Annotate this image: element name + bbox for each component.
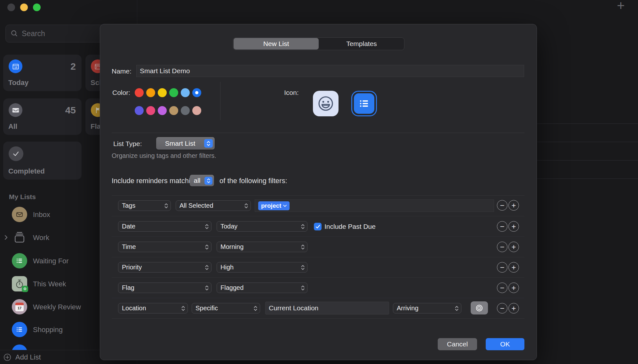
add-circle-icon[interactable] [3,353,12,361]
zoom-button[interactable] [33,4,41,11]
minimize-button[interactable] [20,4,28,11]
new-reminder-button[interactable]: + [617,0,625,13]
sidebar-item-inbox[interactable]: Inbox [33,211,50,219]
include-past-due-checkbox[interactable] [314,223,322,230]
sidebar-item-shopping[interactable]: Shopping [33,326,63,334]
sidebar-item-weekly-review[interactable]: Weekly Review [33,303,81,311]
filter-row-flag: Flag Flagged − + [112,277,524,298]
filter-value-select[interactable]: Today [217,221,307,232]
ok-button[interactable]: OK [486,338,524,350]
color-swatch-lightblue[interactable] [181,88,190,97]
remove-filter-button[interactable]: − [497,200,507,211]
filter-value-select[interactable]: Morning [217,242,307,252]
filter-value-select[interactable]: Flagged [217,283,307,293]
filter-row-tags: Tags All Selected project − + [112,196,524,216]
match-value: all [190,177,204,184]
chevron-up-down-icon [244,203,248,209]
list-bullet-icon [12,253,27,268]
tag-chip-project[interactable]: project [258,201,290,210]
filter-field-select[interactable]: Priority [118,262,211,273]
location-field[interactable]: Current Location [265,302,389,314]
filter-field-select[interactable]: Date [118,221,211,232]
match-select[interactable]: all [190,175,214,186]
filter-field-select[interactable]: Tags [118,200,171,211]
cancel-button[interactable]: Cancel [438,338,477,350]
tile-today[interactable]: 18 2 Today [3,55,82,91]
color-swatch-red[interactable] [135,88,144,97]
sidebar-item-waiting-for[interactable]: Waiting For [33,257,69,265]
list-bullet-icon [354,93,374,114]
list-type-select[interactable]: Smart List [156,137,215,150]
filter-operator-select[interactable]: Specific [192,303,260,314]
list-icon-option-selected[interactable] [351,91,377,116]
include-past-due-label: Include Past Due [324,223,376,230]
list-bullet-icon [12,322,27,337]
color-swatch-pink[interactable] [192,106,201,115]
my-lists-header: My Lists [9,193,36,201]
add-list-button[interactable]: Add List [15,353,41,361]
add-filter-button[interactable]: + [508,200,519,211]
color-swatch-tan[interactable] [169,106,178,115]
filter-field-select[interactable]: Flag [118,283,211,293]
add-filter-button[interactable]: + [508,303,519,314]
filter-row-location: Location Specific Current Location Arriv… [112,298,524,319]
name-value: Smart List Demo [140,67,190,75]
close-button[interactable] [7,4,15,11]
remove-filter-button[interactable]: − [497,221,507,232]
filter-field-select[interactable]: Location [118,303,188,314]
color-swatch-green[interactable] [169,88,178,97]
chevron-up-down-icon [301,264,305,271]
filter-value-select[interactable]: High [217,262,307,273]
color-swatch-yellow[interactable] [158,88,167,97]
color-swatch-purple[interactable] [158,106,167,115]
color-swatch-orange[interactable] [146,88,155,97]
tile-all-label: All [8,122,17,131]
color-icon-divider [220,82,220,120]
tab-new-list[interactable]: New List [234,38,319,50]
chevron-up-down-icon [205,223,209,230]
color-label: Color: [112,89,130,97]
work-box-icon [13,231,26,244]
sidebar-item-this-week[interactable]: This Week [33,280,66,288]
color-swatch-gray[interactable] [181,106,190,115]
disclosure-chevron-icon[interactable] [4,235,8,240]
color-swatch-indigo[interactable] [135,106,144,115]
chevron-up-down-icon [301,223,305,230]
chevron-up-down-icon [181,305,185,312]
chevron-up-down-icon [301,285,305,291]
filter-operator-select[interactable]: All Selected [176,200,251,211]
direction-select[interactable]: Arriving [393,303,461,314]
name-field[interactable]: Smart List Demo [136,65,524,77]
tile-all[interactable]: 45 All [3,98,82,135]
all-count: 45 [65,105,76,116]
filter-field-select[interactable]: Time [118,242,211,252]
sidebar-item-work[interactable]: Work [33,234,49,242]
add-filter-button[interactable]: + [508,283,519,293]
filter-row-time: Time Morning − + [112,236,524,257]
color-swatch-rose[interactable] [146,106,155,115]
remove-filter-button[interactable]: − [497,242,507,252]
calendar-17-icon: 17 [12,299,27,314]
color-swatch-blue-selected[interactable] [192,88,201,97]
filter-row-date: Date Today Include Past Due − + [112,216,524,237]
add-filter-button[interactable]: + [508,221,519,232]
current-location-button[interactable] [471,301,488,314]
match-prefix: Include reminders matching [112,177,198,185]
tile-completed-label: Completed [8,167,45,175]
tab-templates[interactable]: Templates [319,38,404,50]
remove-filter-button[interactable]: − [497,283,507,293]
smiley-icon-option[interactable] [313,91,339,116]
remove-filter-button[interactable]: − [497,262,507,273]
calendar-today-icon: 18 [9,59,22,73]
add-filter-button[interactable]: + [508,262,519,273]
tile-completed[interactable]: Completed [3,142,82,180]
tags-field[interactable]: project [255,199,494,212]
reminders-window: + Search 18 2 Today 45 All [0,0,638,364]
chevron-down-icon [283,205,287,207]
chevron-up-down-icon [253,305,258,312]
dialog-tabs: New List Templates [233,37,404,50]
name-label: Name: [112,67,132,75]
add-filter-button[interactable]: + [508,242,519,252]
search-placeholder: Search [22,29,45,38]
remove-filter-button[interactable]: − [497,303,507,314]
